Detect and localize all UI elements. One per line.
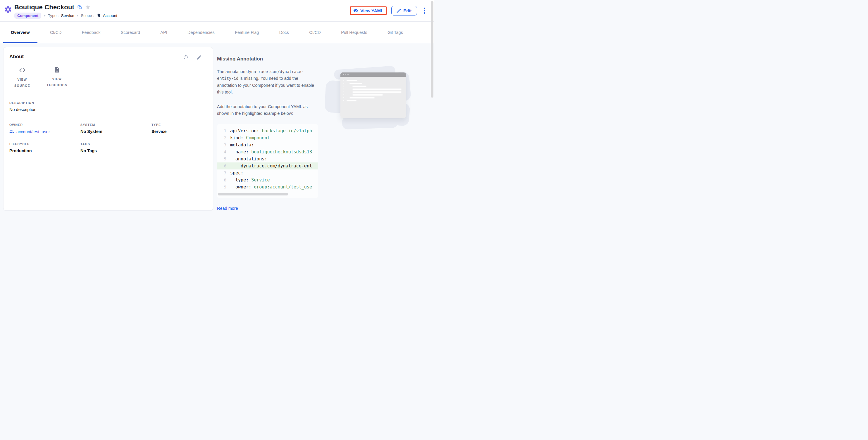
read-more-link[interactable]: Read more xyxy=(217,206,238,211)
content-area: About VIEW SOURCE xyxy=(0,43,434,220)
description-label: DESCRIPTION xyxy=(9,101,207,105)
annotation-instruction: Add the annotation to your Component YAM… xyxy=(217,103,319,117)
tab-ci-cd[interactable]: CI/CD xyxy=(42,22,69,43)
type-label: TYPE xyxy=(152,123,207,127)
tab-docs[interactable]: Docs xyxy=(272,22,297,43)
star-icon[interactable] xyxy=(85,4,91,10)
kind-badge: Component xyxy=(14,12,41,19)
view-yaml-highlight-box: View YAML xyxy=(350,6,386,15)
refresh-icon[interactable] xyxy=(183,54,189,60)
annotation-intro: The annotation dynatrace.com/dynatrace-e… xyxy=(217,68,319,96)
eye-icon xyxy=(353,8,358,13)
view-source-button[interactable]: VIEW SOURCE xyxy=(9,67,35,89)
browser-window-illustration xyxy=(327,68,409,135)
code-line: 6 dynatrace.com/dynatrace-ent xyxy=(217,163,318,169)
type-label: Type : xyxy=(48,13,59,18)
pencil-icon xyxy=(397,8,401,13)
page-header: Boutique Checkout Component ● Type : Ser… xyxy=(0,0,434,22)
view-source-label: VIEW SOURCE xyxy=(9,76,35,89)
about-title: About xyxy=(9,54,24,60)
code-line: 9 owner: group:account/test_use xyxy=(217,183,318,191)
lifecycle-value: Production xyxy=(9,148,81,153)
system-label: SYSTEM xyxy=(81,123,152,127)
tab-overview[interactable]: Overview xyxy=(3,22,37,43)
tab-feedback[interactable]: Feedback xyxy=(74,22,108,43)
group-icon xyxy=(9,129,14,134)
copy-icon[interactable] xyxy=(78,5,82,9)
separator-dot: ● xyxy=(43,14,45,17)
view-yaml-button[interactable]: View YAML xyxy=(353,8,383,13)
scope-value: Account xyxy=(103,13,117,18)
illustration-window-titlebar xyxy=(340,72,406,77)
illustration-window xyxy=(340,72,406,118)
lifecycle-label: LIFECYCLE xyxy=(9,142,81,146)
page-scrollbar[interactable] xyxy=(431,1,433,98)
code-block: 1apiVersion: backstage.io/v1alph2kind: C… xyxy=(217,124,318,198)
code-line: 4 name: boutiquecheckoutsdsds13 xyxy=(217,148,318,156)
missing-annotation-title: Missing Annotation xyxy=(217,56,319,62)
code-line: 5 annotations: xyxy=(217,156,318,163)
scope-value-wrap: Account xyxy=(96,13,117,18)
about-card: About VIEW SOURCE xyxy=(3,47,213,211)
layers-icon xyxy=(96,13,101,18)
tags-field: TAGS No Tags xyxy=(81,142,152,153)
owner-field: OWNER account/test_user xyxy=(9,123,81,134)
entity-title-block: Boutique Checkout Component ● Type : Ser… xyxy=(4,3,117,19)
edit-button[interactable]: Edit xyxy=(391,6,417,15)
description-value: No description xyxy=(9,107,207,112)
kebab-menu-icon[interactable] xyxy=(422,6,428,15)
view-yaml-label: View YAML xyxy=(360,8,383,13)
edit-about-pencil-icon[interactable] xyxy=(196,54,202,60)
system-value: No System xyxy=(81,129,152,134)
tags-value: No Tags xyxy=(81,148,152,153)
type-field: TYPE Service xyxy=(152,123,207,134)
tab-git-tags[interactable]: Git Tags xyxy=(380,22,411,43)
code-line: 8 type: Service xyxy=(217,176,318,183)
view-techdocs-label: VIEW TECHDOCS xyxy=(41,76,72,88)
gear-icon xyxy=(4,5,12,13)
page-title: Boutique Checkout xyxy=(14,3,74,11)
tab-bar: OverviewCI/CDFeedbackScorecardAPIDepende… xyxy=(0,22,434,43)
code-icon xyxy=(19,67,26,74)
code-line: 2kind: Component xyxy=(217,134,318,141)
tab-pull-requests[interactable]: Pull Requests xyxy=(333,22,375,43)
code-horizontal-scrollbar[interactable] xyxy=(218,193,288,196)
owner-label: OWNER xyxy=(9,123,81,127)
tags-label: TAGS xyxy=(81,142,152,146)
code-line: 3metadata: xyxy=(217,141,318,148)
owner-link[interactable]: account/test_user xyxy=(9,129,81,134)
missing-annotation-panel: Missing Annotation The annotation dynatr… xyxy=(217,43,319,211)
system-field: SYSTEM No System xyxy=(81,123,152,134)
illustration-window-body xyxy=(340,77,406,118)
tab-feature-flag[interactable]: Feature Flag xyxy=(227,22,267,43)
type-value: Service xyxy=(152,129,207,134)
tab-api[interactable]: API xyxy=(153,22,175,43)
view-techdocs-button[interactable]: VIEW TECHDOCS xyxy=(41,67,72,89)
code-line: 1apiVersion: backstage.io/v1alph xyxy=(217,127,318,134)
document-icon xyxy=(54,67,60,73)
scope-label: Scope : xyxy=(81,13,94,18)
type-value: Service xyxy=(61,13,74,18)
tab-dependencies[interactable]: Dependencies xyxy=(180,22,222,43)
edit-label: Edit xyxy=(403,8,411,13)
owner-value: account/test_user xyxy=(17,129,50,134)
tab-ci-cd[interactable]: CI/CD xyxy=(302,22,328,43)
tab-scorecard[interactable]: Scorecard xyxy=(113,22,148,43)
lifecycle-field: LIFECYCLE Production xyxy=(9,142,81,153)
code-line: 7spec: xyxy=(217,169,318,176)
separator-dot: ● xyxy=(76,14,79,17)
